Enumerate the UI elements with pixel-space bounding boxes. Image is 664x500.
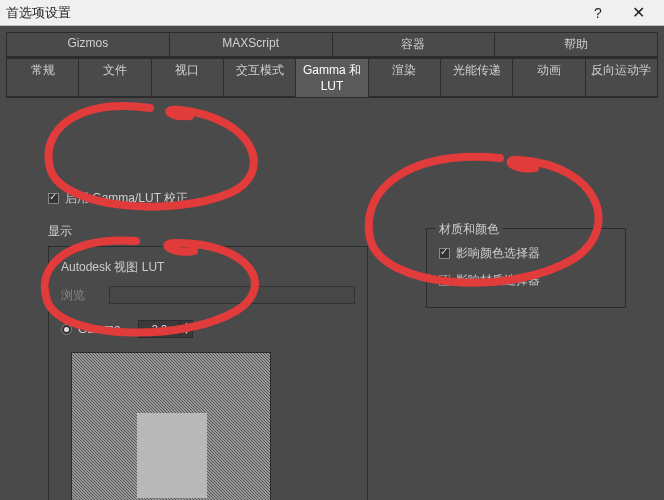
- gamma-radio-row: Gamma 2.2 ▲ ▼: [61, 320, 355, 338]
- tab-maxscript[interactable]: MAXScript: [169, 32, 333, 57]
- content-area: 启用 Gamma/LUT 校正 显示 Autodesk 视图 LUT 浏览 Ga…: [0, 98, 664, 500]
- tab-animation[interactable]: 动画: [512, 58, 585, 97]
- affect-color-picker-checkbox[interactable]: [439, 248, 450, 259]
- tab-row-bottom: 常规 文件 视口 交互模式 Gamma 和 LUT 渲染 光能传递 动画 反向运…: [6, 58, 658, 98]
- title-bar: 首选项设置 ? ✕: [0, 0, 664, 26]
- affect-material-editor-checkbox[interactable]: [439, 275, 450, 286]
- tab-render[interactable]: 渲染: [368, 58, 441, 97]
- gamma-spinner-down[interactable]: ▼: [181, 329, 192, 337]
- window-title: 首选项设置: [6, 4, 578, 22]
- affect-material-editor-row: 影响材质选择器: [439, 272, 613, 289]
- lut-group: Autodesk 视图 LUT 浏览 Gamma 2.2 ▲ ▼: [48, 246, 368, 500]
- affect-material-editor-label: 影响材质选择器: [456, 272, 540, 289]
- tab-gizmos[interactable]: Gizmos: [6, 32, 170, 57]
- gamma-spinner-up[interactable]: ▲: [181, 321, 192, 329]
- gamma-preview-swatch: [71, 352, 271, 500]
- gamma-radio-label: Gamma: [78, 322, 138, 336]
- close-button[interactable]: ✕: [618, 0, 658, 26]
- affect-color-picker-row: 影响颜色选择器: [439, 245, 613, 262]
- lut-path-field[interactable]: [109, 286, 355, 304]
- tab-containers[interactable]: 容器: [332, 32, 496, 57]
- tab-ik[interactable]: 反向运动学: [585, 58, 658, 97]
- materials-group: 材质和颜色 影响颜色选择器 影响材质选择器: [426, 228, 626, 308]
- gamma-preview-inner: [137, 413, 207, 498]
- help-button[interactable]: ?: [578, 0, 618, 26]
- lut-browse-label: 浏览: [61, 287, 109, 304]
- tab-interaction[interactable]: 交互模式: [223, 58, 296, 97]
- lut-header: Autodesk 视图 LUT: [61, 259, 355, 276]
- enable-gamma-row: 启用 Gamma/LUT 校正: [48, 190, 368, 207]
- tab-gamma-lut[interactable]: Gamma 和 LUT: [295, 58, 368, 97]
- tab-files[interactable]: 文件: [78, 58, 151, 97]
- right-column: 材质和颜色 影响颜色选择器 影响材质选择器: [426, 228, 626, 308]
- affect-color-picker-label: 影响颜色选择器: [456, 245, 540, 262]
- gamma-spinner-buttons: ▲ ▼: [180, 321, 192, 337]
- tab-radiosity[interactable]: 光能传递: [440, 58, 513, 97]
- display-section-label: 显示: [48, 223, 368, 240]
- gamma-value[interactable]: 2.2: [139, 321, 180, 337]
- tab-viewport[interactable]: 视口: [151, 58, 224, 97]
- tab-general[interactable]: 常规: [6, 58, 79, 97]
- left-column: 启用 Gamma/LUT 校正 显示 Autodesk 视图 LUT 浏览 Ga…: [48, 190, 368, 500]
- enable-gamma-label: 启用 Gamma/LUT 校正: [65, 190, 188, 207]
- enable-gamma-checkbox[interactable]: [48, 193, 59, 204]
- materials-group-title: 材质和颜色: [435, 221, 503, 238]
- gamma-radio[interactable]: [61, 324, 72, 335]
- tab-row-top: Gizmos MAXScript 容器 帮助: [6, 26, 658, 58]
- tab-help[interactable]: 帮助: [494, 32, 658, 57]
- lut-browse-row: 浏览: [61, 286, 355, 304]
- gamma-spinner[interactable]: 2.2 ▲ ▼: [138, 320, 193, 338]
